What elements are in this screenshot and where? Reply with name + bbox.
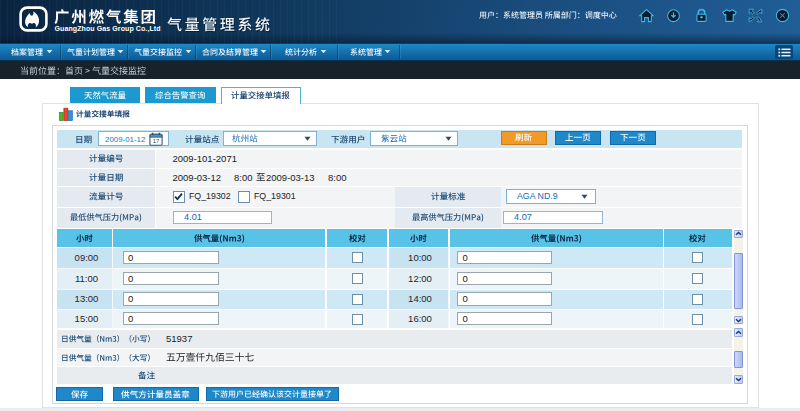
svg-text:17: 17 [153,138,160,144]
